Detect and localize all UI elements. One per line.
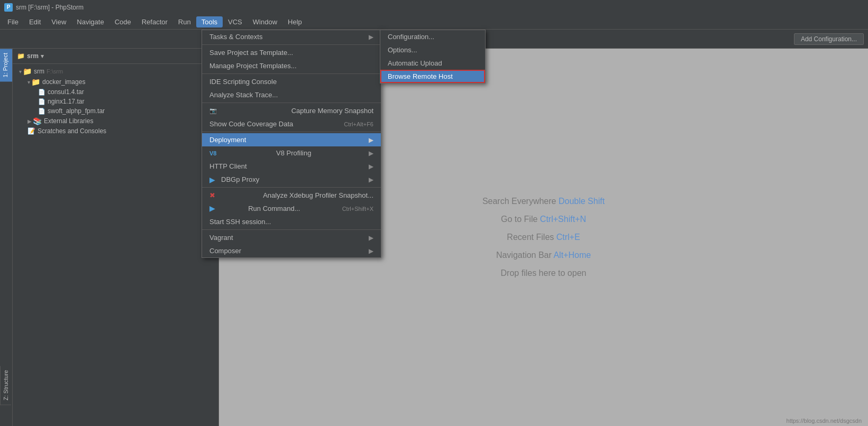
- separator-4: [202, 132, 381, 132]
- menu-composer[interactable]: Composer ▶: [202, 244, 381, 257]
- menu-file[interactable]: File: [2, 16, 24, 27]
- title-bar: P srm [F:\srm] - PhpStorm: [0, 0, 868, 15]
- menu-run-command[interactable]: ▶ Run Command... Ctrl+Shift+X: [202, 202, 381, 215]
- run-command-icon: ▶: [209, 205, 215, 212]
- composer-arrow-icon: ▶: [369, 247, 373, 255]
- window-title: srm [F:\srm] - PhpStorm: [16, 4, 84, 11]
- menu-code[interactable]: Code: [109, 16, 136, 27]
- menu-tasks-contexts[interactable]: Tasks & Contexts ▶: [202, 30, 381, 43]
- separator-2: [202, 73, 381, 74]
- camera-icon: 📷: [209, 107, 217, 114]
- menu-ide-scripting[interactable]: IDE Scripting Console: [202, 75, 381, 88]
- project-title: 📁 srm ▾: [17, 52, 44, 60]
- menu-help[interactable]: Help: [282, 16, 307, 27]
- structure-tab[interactable]: Z: Structure: [0, 366, 11, 405]
- deployment-submenu: Configuration... Options... Automatic Up…: [380, 30, 486, 84]
- tree-nginx-tar[interactable]: 📄 nginx1.17.tar: [13, 97, 218, 106]
- menu-http-client[interactable]: HTTP Client ▶: [202, 160, 381, 173]
- vagrant-arrow-icon: ▶: [369, 234, 373, 242]
- app-icon: P: [4, 3, 13, 12]
- search-everywhere-hint: Search Everywhere Double Shift: [482, 197, 605, 206]
- tree-scratches[interactable]: 📝 Scratches and Consoles: [13, 126, 218, 136]
- http-arrow-icon: ▶: [369, 163, 373, 170]
- project-tree: ▾ 📁 srm F:\srm ▾ 📁 docker_images 📄 consu…: [13, 64, 218, 426]
- project-tab[interactable]: 1: Project: [0, 49, 12, 81]
- separator-5: [202, 187, 381, 188]
- tree-external-libs[interactable]: ▶ 📚 External Libraries: [13, 116, 218, 126]
- tree-consul-tar[interactable]: 📄 consul1.4.tar: [13, 87, 218, 97]
- deployment-arrow-icon: ▶: [369, 136, 373, 144]
- menu-vcs[interactable]: VCS: [223, 16, 248, 27]
- menu-ssh-session[interactable]: Start SSH session...: [202, 215, 381, 228]
- menu-view[interactable]: View: [46, 16, 71, 27]
- menu-v8-profiling[interactable]: V8 V8 Profiling ▶: [202, 146, 381, 160]
- tools-dropdown-menu: Tasks & Contexts ▶ Save Project as Templ…: [202, 30, 381, 258]
- main-area: 1: Project 📁 srm ▾ ⚙ ▾ 📁 srm F:\srm: [0, 49, 868, 426]
- add-configuration-button[interactable]: Add Configuration...: [794, 33, 864, 45]
- folder-icon: 📁: [17, 52, 25, 60]
- xdebug-icon: ✖: [209, 191, 215, 199]
- menu-capture-memory[interactable]: 📷 Capture Memory Snapshot: [202, 104, 381, 117]
- tree-swoft-tar[interactable]: 📄 swoft_alphp_fpm.tar: [13, 106, 218, 116]
- dbgp-submenu-arrow-icon: ▶: [369, 176, 373, 183]
- project-panel: 📁 srm ▾ ⚙ ▾ 📁 srm F:\srm ▾ 📁 docker_imag…: [13, 49, 219, 426]
- deployment-automatic-upload[interactable]: Automatic Upload: [380, 57, 485, 70]
- recent-files-hint: Recent Files Ctrl+E: [507, 233, 580, 242]
- go-to-file-hint: Go to File Ctrl+Shift+N: [501, 215, 586, 224]
- project-panel-header: 📁 srm ▾ ⚙: [13, 49, 218, 64]
- navigation-bar-hint: Navigation Bar Alt+Home: [496, 251, 591, 260]
- menu-navigate[interactable]: Navigate: [71, 16, 109, 27]
- menu-analyze-stack[interactable]: Analyze Stack Trace...: [202, 88, 381, 101]
- menu-bar: File Edit View Navigate Code Refactor Ru…: [0, 15, 868, 30]
- drop-files-hint: Drop files here to open: [501, 268, 587, 278]
- deployment-browse-remote-host[interactable]: Browse Remote Host: [380, 70, 485, 83]
- deployment-options[interactable]: Options...: [380, 43, 485, 57]
- tree-docker-images[interactable]: ▾ 📁 docker_images: [13, 77, 218, 87]
- v8-icon: V8: [209, 150, 216, 156]
- menu-show-coverage[interactable]: Show Code Coverage Data Ctrl+Alt+F6: [202, 117, 381, 131]
- menu-vagrant[interactable]: Vagrant ▶: [202, 231, 381, 244]
- dropdown-arrow-icon[interactable]: ▾: [41, 53, 44, 60]
- menu-dbgp-proxy[interactable]: ▶ DBGp Proxy ▶: [202, 173, 381, 186]
- submenu-arrow-icon: ▶: [369, 33, 373, 41]
- bottom-status-bar: https://blog.csdn.net/dsgcsdn: [780, 415, 868, 426]
- separator-1: [202, 44, 381, 45]
- menu-refactor[interactable]: Refactor: [136, 16, 173, 27]
- v8-arrow-icon: ▶: [369, 150, 373, 157]
- menu-tools[interactable]: Tools: [196, 16, 223, 27]
- status-url: https://blog.csdn.net/dsgcsdn: [787, 418, 862, 424]
- tree-root[interactable]: ▾ 📁 srm F:\srm: [13, 66, 218, 77]
- menu-edit[interactable]: Edit: [24, 16, 46, 27]
- menu-manage-templates[interactable]: Manage Project Templates...: [202, 59, 381, 72]
- menu-analyze-xdebug[interactable]: ✖ Analyze Xdebug Profiler Snapshot...: [202, 189, 381, 202]
- menu-window[interactable]: Window: [248, 16, 282, 27]
- separator-6: [202, 229, 381, 230]
- separator-3: [202, 103, 381, 103]
- menu-run[interactable]: Run: [173, 16, 196, 27]
- dbgp-arrow-icon: ▶: [209, 175, 215, 184]
- deployment-configuration[interactable]: Configuration...: [380, 30, 485, 43]
- menu-save-template[interactable]: Save Project as Template...: [202, 46, 381, 59]
- menu-deployment[interactable]: Deployment ▶: [202, 133, 381, 146]
